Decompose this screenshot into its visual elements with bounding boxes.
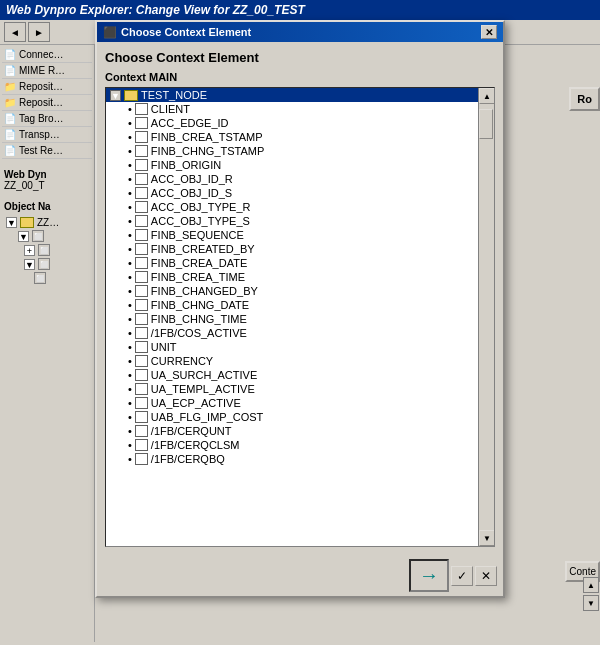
left-panel: 📄 Connec… 📄 MIME R… 📁 Reposit… 📁 Reposit… xyxy=(0,45,95,642)
doc-icon xyxy=(135,285,148,297)
tree-item[interactable]: • FINB_CREA_TIME xyxy=(106,270,478,284)
scroll-up-right-button[interactable]: ▲ xyxy=(583,577,599,593)
tree-item-label: UNIT xyxy=(151,341,177,353)
obj-tree-item2[interactable]: + ⬜ xyxy=(4,243,90,257)
tree-bullet: • xyxy=(128,131,132,143)
tree-bullet: • xyxy=(128,341,132,353)
tree-item[interactable]: • FINB_CREA_TSTAMP xyxy=(106,130,478,144)
tree-item-label: /1FB/COS_ACTIVE xyxy=(151,327,247,339)
tree-item[interactable]: • UA_ECP_ACTIVE xyxy=(106,396,478,410)
tree-item[interactable]: • FINB_CHANGED_BY xyxy=(106,284,478,298)
tree-item[interactable]: • ACC_OBJ_ID_R xyxy=(106,172,478,186)
doc-icon xyxy=(135,299,148,311)
sidebar-item-test[interactable]: 📄 Test Re… xyxy=(2,143,92,159)
tree-item-label: ACC_OBJ_ID_S xyxy=(151,187,232,199)
tree-scroll-down-button[interactable]: ▼ xyxy=(479,530,495,546)
tree-bullet: • xyxy=(128,159,132,171)
expand-icon2[interactable]: + xyxy=(24,245,35,256)
tree-bullet: • xyxy=(128,285,132,297)
tree-item[interactable]: • FINB_CREA_DATE xyxy=(106,256,478,270)
root-folder-icon xyxy=(124,90,138,101)
sidebar-item-connect[interactable]: 📄 Connec… xyxy=(2,47,92,63)
scroll-thumb[interactable] xyxy=(479,109,493,139)
doc-icon xyxy=(135,201,148,213)
collapse-icon[interactable]: ▼ xyxy=(6,217,17,228)
transp-icon: 📄 xyxy=(4,129,16,140)
doc-icon xyxy=(135,313,148,325)
tree-bullet: • xyxy=(128,243,132,255)
tree-scroll-up-button[interactable]: ▲ xyxy=(479,88,495,104)
tree-item-label: /1FB/CERQBQ xyxy=(151,453,225,465)
tree-item[interactable]: • ACC_OBJ_ID_S xyxy=(106,186,478,200)
tree-item[interactable]: • ACC_EDGE_ID xyxy=(106,116,478,130)
doc-icon xyxy=(135,411,148,423)
tree-item[interactable]: • CURRENCY xyxy=(106,354,478,368)
tree-item[interactable]: • /1FB/CERQUNT xyxy=(106,424,478,438)
doc-icon xyxy=(135,131,148,143)
expand-icon1[interactable]: ▼ xyxy=(18,231,29,242)
tree-item[interactable]: • CLIENT xyxy=(106,102,478,116)
doc-icon xyxy=(135,341,148,353)
scroll-down-right-button[interactable]: ▼ xyxy=(583,595,599,611)
modal-title-text: Choose Context Element xyxy=(121,26,251,38)
sidebar-item-reposit2[interactable]: 📁 Reposit… xyxy=(2,95,92,111)
tree-bullet: • xyxy=(128,327,132,339)
bottom-scroll-area: ▲ ▼ xyxy=(582,576,600,612)
root-expand-icon[interactable]: ▼ xyxy=(110,90,121,101)
reposit2-icon: 📁 xyxy=(4,97,16,108)
obj-tree-item1[interactable]: ▼ ⬜ xyxy=(4,229,90,243)
footer-close-button[interactable]: ✕ xyxy=(475,566,497,586)
sidebar-item-tag-label: Tag Bro… xyxy=(19,113,63,124)
tree-root-node[interactable]: ▼ TEST_NODE xyxy=(106,88,478,102)
tree-item[interactable]: • FINB_CHNG_TIME xyxy=(106,312,478,326)
sidebar-item-reposit1[interactable]: 📁 Reposit… xyxy=(2,79,92,95)
forward-button[interactable]: ► xyxy=(28,22,50,42)
doc-icon xyxy=(135,243,148,255)
bg-title-text: Web Dynpro Explorer: Change View for ZZ_… xyxy=(6,3,305,17)
sidebar-item-test-label: Test Re… xyxy=(19,145,63,156)
root-node-label: TEST_NODE xyxy=(141,89,207,101)
obj-tree-item3[interactable]: ▼ ⬜ xyxy=(4,257,90,271)
tree-item[interactable]: • ACC_OBJ_TYPE_S xyxy=(106,214,478,228)
tree-item-label: FINB_CHNG_TSTAMP xyxy=(151,145,264,157)
tree-item-label: UA_TEMPL_ACTIVE xyxy=(151,383,255,395)
sidebar-item-tag[interactable]: 📄 Tag Bro… xyxy=(2,111,92,127)
tree-bullet: • xyxy=(128,257,132,269)
tree-item[interactable]: • UA_TEMPL_ACTIVE xyxy=(106,382,478,396)
tree-item[interactable]: • /1FB/CERQCLSM xyxy=(106,438,478,452)
tree-bullet: • xyxy=(128,187,132,199)
sidebar-item-transp[interactable]: 📄 Transp… xyxy=(2,127,92,143)
tree-item[interactable]: • FINB_CHNG_DATE xyxy=(106,298,478,312)
expand-icon3[interactable]: ▼ xyxy=(24,259,35,270)
footer-check-button[interactable]: ✓ xyxy=(451,566,473,586)
modal-close-button[interactable]: ✕ xyxy=(481,25,497,39)
tree-item[interactable]: • /1FB/COS_ACTIVE xyxy=(106,326,478,340)
tree-item[interactable]: • FINB_CHNG_TSTAMP xyxy=(106,144,478,158)
tree-item[interactable]: • FINB_CREATED_BY xyxy=(106,242,478,256)
tree-item-label: /1FB/CERQUNT xyxy=(151,425,232,437)
tree-item-label: FINB_CREA_TSTAMP xyxy=(151,131,263,143)
tree-scrollbar: ▲ ▼ xyxy=(478,88,494,546)
tree-item[interactable]: • FINB_ORIGIN xyxy=(106,158,478,172)
modal-heading: Choose Context Element xyxy=(105,50,495,65)
tree-item-label: FINB_ORIGIN xyxy=(151,159,221,171)
doc-icon xyxy=(135,145,148,157)
tree-item[interactable]: • UA_SURCH_ACTIVE xyxy=(106,368,478,382)
back-button[interactable]: ◄ xyxy=(4,22,26,42)
tree-item[interactable]: • UAB_FLG_IMP_COST xyxy=(106,410,478,424)
tree-item[interactable]: • UNIT xyxy=(106,340,478,354)
tree-bullet: • xyxy=(128,215,132,227)
doc-icon xyxy=(135,425,148,437)
bg-titlebar: Web Dynpro Explorer: Change View for ZZ_… xyxy=(0,0,600,20)
tree-item[interactable]: • FINB_SEQUENCE xyxy=(106,228,478,242)
doc-icon xyxy=(135,103,148,115)
sidebar-item-mime[interactable]: 📄 MIME R… xyxy=(2,63,92,79)
obj-tree-item4[interactable]: ⬜ xyxy=(4,271,90,285)
ro-button[interactable]: Ro xyxy=(569,87,600,111)
node-icon1: ⬜ xyxy=(32,230,44,242)
doc-icon xyxy=(135,229,148,241)
web-dyn-section: Web Dyn ZZ_00_T xyxy=(2,167,92,193)
obj-tree-root[interactable]: ▼ ZZ… xyxy=(4,216,90,229)
tree-item[interactable]: • /1FB/CERQBQ xyxy=(106,452,478,466)
tree-item[interactable]: • ACC_OBJ_TYPE_R xyxy=(106,200,478,214)
